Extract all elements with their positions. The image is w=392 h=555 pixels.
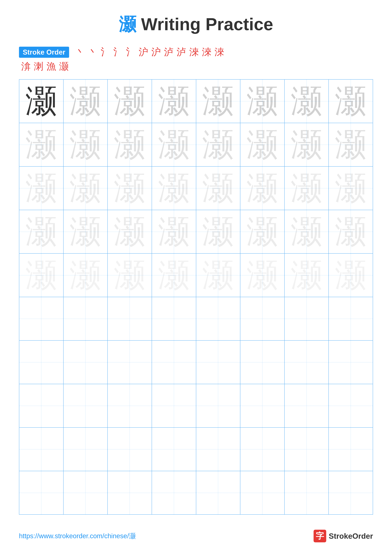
practice-char: 灏 [25,258,57,293]
practice-char: 灏 [70,171,101,206]
table-row [19,297,373,340]
stroke-step-10: 淶 [189,46,199,58]
practice-char: 灏 [25,84,57,119]
grid-cell: 灏 [64,123,108,167]
grid-cell [64,297,108,340]
practice-char: 灏 [247,214,278,249]
stroke-step-5: 氵 [126,46,135,58]
grid-cell: 灏 [285,254,329,297]
grid-cell [196,340,240,384]
grid-cell: 灏 [196,80,240,123]
practice-char: 灏 [291,214,322,249]
grid-cell: 灏 [152,210,196,254]
stroke-step-16: 灏 [59,60,69,73]
practice-char: 灏 [335,171,367,206]
grid-cell: 灏 [240,80,285,123]
grid-cell: 灏 [285,210,329,254]
stroke-step-3: 氵 [101,46,110,58]
grid-cell [285,471,329,514]
grid-cell: 灏 [240,123,285,167]
stroke-step-4: 氵 [113,46,123,58]
grid-cell: 灏 [285,123,329,167]
grid-cell: 灏 [107,167,152,210]
grid-cell: 灏 [64,80,108,123]
practice-char: 灏 [158,171,190,206]
grid-cell: 灏 [64,210,108,254]
grid-cell: 灏 [285,167,329,210]
grid-cell [64,471,108,514]
practice-char: 灏 [114,171,145,206]
grid-cell: 灏 [152,80,196,123]
stroke-step-14: 溂 [34,60,43,73]
grid-cell [196,297,240,340]
grid-cell: 灏 [285,80,329,123]
grid-cell [152,297,196,340]
grid-cell [240,340,285,384]
table-row: 灏 灏 灏 灏 灏 灏 灏 灏 [19,254,373,297]
footer-logo: 字 StrokeOrder [314,530,373,542]
grid-section: 灏 灏 灏 灏 灏 灏 灏 灏 灏 灏 灏 灏 灏 灏 灏 灏 [0,79,392,515]
stroke-order-section: Stroke Order 丶 丶 氵 氵 氵 沪 沪 泸 泸 淶 淶 淶 渰 溂… [0,46,392,73]
grid-cell [328,340,373,384]
grid-cell [328,297,373,340]
table-row: 灏 灏 灏 灏 灏 灏 灏 灏 [19,123,373,167]
stroke-step-1: 丶 [75,46,85,58]
grid-cell [107,471,152,514]
grid-cell: 灏 [107,254,152,297]
grid-cell: 灏 [196,123,240,167]
stroke-step-6: 沪 [139,46,148,58]
stroke-order-row1: Stroke Order 丶 丶 氵 氵 氵 沪 沪 泸 泸 淶 淶 淶 [19,46,373,58]
practice-char: 灏 [335,84,367,119]
grid-cell: 灏 [19,254,64,297]
page-title: 灏 Writing Practice [0,0,392,46]
stroke-order-badge: Stroke Order [19,47,69,58]
stroke-step-2: 丶 [88,46,98,58]
grid-cell [240,384,285,427]
table-row: 灏 灏 灏 灏 灏 灏 灏 灏 [19,167,373,210]
practice-char: 灏 [247,258,278,293]
grid-cell: 灏 [240,210,285,254]
practice-char: 灏 [202,127,234,162]
practice-char: 灏 [202,214,234,249]
practice-char: 灏 [291,171,322,206]
practice-char: 灏 [247,84,278,119]
practice-char: 灏 [291,258,322,293]
grid-cell: 灏 [328,210,373,254]
stroke-step-8: 泸 [164,46,173,58]
grid-cell [64,384,108,427]
grid-cell: 灏 [152,167,196,210]
practice-char: 灏 [247,127,278,162]
grid-cell [19,427,64,471]
table-row [19,471,373,514]
grid-cell [285,297,329,340]
practice-char: 灏 [70,214,101,249]
practice-char: 灏 [202,258,234,293]
stroke-step-11: 淶 [202,46,211,58]
grid-cell [64,340,108,384]
grid-cell: 灏 [152,254,196,297]
grid-cell [107,297,152,340]
stroke-step-9: 泸 [177,46,186,58]
table-row [19,340,373,384]
grid-cell [152,471,196,514]
practice-char: 灏 [335,214,367,249]
grid-cell [328,471,373,514]
grid-cell [152,340,196,384]
grid-cell: 灏 [240,167,285,210]
practice-char: 灏 [114,127,145,162]
stroke-step-13: 渰 [21,60,31,73]
practice-char: 灏 [158,258,190,293]
stroke-step-7: 沪 [151,46,161,58]
practice-char: 灏 [291,127,322,162]
grid-cell: 灏 [107,210,152,254]
stroke-order-row2: 渰 溂 漁 灏 [19,60,373,73]
grid-cell: 灏 [19,210,64,254]
grid-cell [107,340,152,384]
stroke-step-12: 淶 [214,46,224,58]
grid-cell [285,340,329,384]
grid-cell [19,471,64,514]
practice-char: 灏 [335,127,367,162]
grid-cell: 灏 [152,123,196,167]
grid-cell [328,384,373,427]
grid-cell: 灏 [19,80,64,123]
